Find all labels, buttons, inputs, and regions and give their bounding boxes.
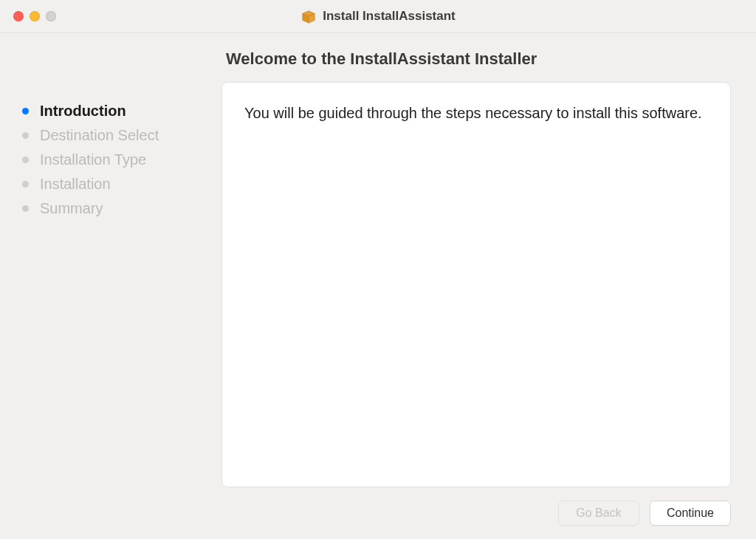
- window-title: Install InstallAssistant: [323, 9, 456, 24]
- traffic-lights: [13, 11, 56, 21]
- step-destination-select: Destination Select: [22, 128, 208, 143]
- content-card: You will be guided through the steps nec…: [221, 82, 731, 487]
- footer: Go Back Continue: [221, 487, 731, 526]
- content-text: You will be guided through the steps nec…: [244, 103, 708, 123]
- step-label: Installation: [40, 176, 111, 191]
- step-bullet-icon: [22, 205, 29, 212]
- step-bullet-icon: [22, 157, 29, 163]
- titlebar: Install InstallAssistant: [0, 0, 756, 33]
- sidebar: Introduction Destination Select Installa…: [0, 33, 221, 539]
- step-label: Destination Select: [40, 128, 159, 143]
- body: Introduction Destination Select Installa…: [0, 33, 756, 539]
- step-list: Introduction Destination Select Installa…: [22, 103, 208, 216]
- step-bullet-icon: [22, 181, 29, 188]
- step-bullet-icon: [22, 108, 29, 114]
- minimize-button[interactable]: [30, 11, 40, 21]
- step-label: Introduction: [40, 103, 126, 118]
- step-bullet-icon: [22, 132, 29, 139]
- installer-window: Install InstallAssistant Introduction De…: [0, 0, 756, 539]
- title-wrap: Install InstallAssistant: [300, 9, 456, 24]
- step-label: Summary: [40, 201, 103, 216]
- close-button[interactable]: [13, 11, 24, 21]
- main-pane: Welcome to the InstallAssistant Installe…: [221, 33, 756, 539]
- continue-button[interactable]: Continue: [650, 501, 731, 526]
- package-icon: [300, 9, 317, 24]
- step-installation: Installation: [22, 176, 208, 191]
- step-installation-type: Installation Type: [22, 152, 208, 167]
- step-summary: Summary: [22, 201, 208, 216]
- maximize-button: [46, 11, 56, 21]
- step-introduction: Introduction: [22, 103, 208, 118]
- step-label: Installation Type: [40, 152, 146, 167]
- page-heading: Welcome to the InstallAssistant Installe…: [226, 49, 731, 69]
- go-back-button: Go Back: [558, 501, 639, 526]
